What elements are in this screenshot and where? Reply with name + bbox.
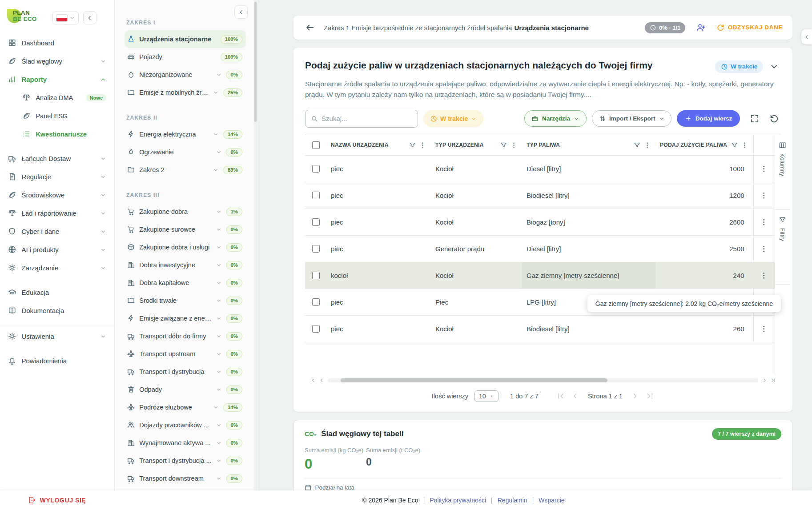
scope-item[interactable]: Dojazdy pracowników ... 0% [125, 416, 246, 434]
add-row-button[interactable]: Dodaj wiersz [677, 110, 740, 127]
fuel-type-cell[interactable]: Biodiesel [litry] [522, 182, 655, 209]
sidebar-collapse-button[interactable] [83, 11, 96, 24]
scope-item[interactable]: Ogrzewanie 0% [125, 143, 246, 161]
fuel-usage-cell[interactable]: 240 [655, 262, 753, 289]
sidebar-item[interactable]: AI i produkty [0, 241, 114, 259]
scope-item[interactable]: Dobra kapitałowe 0% [125, 274, 246, 292]
row-menu-button[interactable] [760, 325, 768, 333]
scope-item[interactable]: Wynajmowane aktywa ... 0% [125, 434, 246, 452]
fuel-type-cell[interactable]: Biogaz [tony] [522, 209, 655, 235]
select-all-checkbox[interactable] [312, 141, 320, 149]
fuel-usage-cell[interactable]: 260 [655, 316, 753, 342]
fuel-type-cell[interactable]: Gaz ziemny [metry sześcienne] [522, 262, 655, 289]
first-page-icon[interactable] [556, 392, 565, 401]
sidebar-item[interactable]: Łańcuch Dostaw [0, 149, 114, 168]
sidebar-item[interactable]: Ład i raportowanie [0, 204, 114, 222]
fuel-usage-cell[interactable]: 2500 [655, 236, 753, 262]
funnel-icon[interactable] [500, 141, 507, 149]
scope-item[interactable]: Podróże służbowe 14% [125, 398, 246, 416]
reset-button[interactable] [768, 112, 781, 125]
row-menu-button[interactable] [760, 245, 768, 253]
scope-item[interactable]: Odpady 0% [125, 381, 246, 398]
row-checkbox[interactable] [312, 165, 320, 173]
assign-user-button[interactable] [694, 21, 707, 34]
scope-item[interactable]: Transport downstream 0% [125, 470, 246, 487]
collapse-question-button[interactable] [768, 60, 781, 73]
support-link[interactable]: Wsparcie [539, 497, 564, 504]
sidebar-item[interactable]: Powiadomienia [0, 352, 114, 370]
sidebar-item[interactable]: Analiza DMA Nowe [0, 88, 114, 107]
row-checkbox[interactable] [312, 272, 320, 279]
privacy-link[interactable]: Polityka prywatności [430, 497, 486, 504]
fuel-usage-cell[interactable]: 1200 [655, 182, 753, 209]
language-selector[interactable] [52, 12, 79, 24]
import-export-button[interactable]: Import / Eksport [592, 110, 672, 127]
row-checkbox[interactable] [312, 298, 320, 306]
logout-button[interactable]: WYLOGUJ SIĘ [28, 496, 86, 505]
device-name-cell[interactable]: piec [326, 209, 431, 235]
scope-item[interactable]: Emisje związane z ener... 0% [125, 309, 246, 327]
sidebar-item[interactable]: Kwestionariusze [0, 125, 114, 143]
sidebar-item[interactable]: Raporty [0, 70, 114, 88]
scope-item[interactable]: Zakupione surowce 0% [125, 221, 246, 238]
device-type-cell[interactable]: Piec [431, 289, 522, 315]
funnel-icon[interactable] [633, 141, 641, 149]
table-row[interactable]: piec Kocioł Diesel [litry] 1000 [305, 156, 775, 182]
row-menu-button[interactable] [760, 218, 768, 227]
fullscreen-button[interactable] [748, 112, 761, 125]
row-menu-button[interactable] [760, 165, 768, 173]
device-name-cell[interactable]: piec [326, 156, 431, 182]
horizontal-scrollbar[interactable] [305, 375, 781, 384]
row-checkbox[interactable] [312, 245, 320, 253]
scope-item[interactable]: Urządzenia stacjonarne 100% [125, 30, 246, 48]
row-menu-button[interactable] [760, 271, 768, 280]
device-type-cell[interactable]: Kocioł [431, 182, 522, 209]
sidebar-item[interactable]: Ślad węglowy [0, 52, 114, 70]
recover-data-button[interactable]: ODZYSKAJ DANE [716, 24, 783, 32]
last-page-icon[interactable] [646, 392, 655, 401]
scope-item[interactable]: Emisje z mobilnych źró... 25% [125, 84, 246, 101]
scope-panel-collapse-button[interactable] [234, 5, 248, 19]
sidebar-item[interactable]: Regulacje [0, 168, 114, 186]
device-type-cell[interactable]: Kocioł [431, 156, 522, 182]
sidebar-item[interactable]: Dokumentacja [0, 301, 114, 320]
fuel-type-cell[interactable]: Diesel [litry] [522, 156, 655, 182]
sidebar-item[interactable]: Środowiskowe [0, 186, 114, 204]
device-type-cell[interactable]: Kocioł [431, 209, 522, 235]
back-button[interactable] [303, 21, 317, 34]
device-type-cell[interactable]: Generator prądu [431, 236, 522, 262]
scope-item[interactable]: Energia elektryczna 14% [125, 125, 246, 143]
scope-item[interactable]: Niezorganizowane 0% [125, 66, 246, 84]
row-checkbox[interactable] [312, 218, 320, 226]
rows-per-page-select[interactable]: 10 [474, 390, 498, 402]
scope-item[interactable]: Transport dóbr do firmy 0% [125, 327, 246, 345]
fuel-usage-cell[interactable]: 2600 [655, 209, 753, 235]
kebab-icon[interactable] [643, 141, 651, 149]
scope-item[interactable]: Zakres 2 83% [125, 161, 246, 179]
scope-item[interactable]: Transport upstream 0% [125, 345, 246, 363]
funnel-icon[interactable] [409, 141, 416, 149]
search-input[interactable] [322, 115, 412, 122]
chevron-left-icon[interactable] [571, 392, 580, 401]
sidebar-item[interactable]: Ustawienia [0, 325, 114, 345]
sidebar-item[interactable]: Edukacja [0, 283, 114, 301]
table-row[interactable]: piec Kocioł Biodiesel [litry] 1200 [305, 182, 775, 209]
row-menu-button[interactable] [760, 191, 768, 200]
device-name-cell[interactable]: piec [326, 182, 431, 209]
sidebar-item[interactable]: Dashboard [0, 34, 114, 52]
scope-item[interactable]: Zakupione dobra 1% [125, 203, 246, 221]
sidebar-item[interactable]: Zarządzanie [0, 259, 114, 277]
scope-item[interactable]: Zakupione dobra i usługi 0% [125, 238, 246, 256]
kebab-icon[interactable] [510, 141, 518, 149]
chevron-right-icon[interactable] [631, 392, 639, 401]
fuel-type-cell[interactable]: Diesel [litry] [522, 236, 655, 262]
kebab-icon[interactable] [741, 141, 748, 149]
table-row[interactable]: piec Generator prądu Diesel [litry] 2500 [305, 236, 775, 262]
scope-scrollbar[interactable] [254, 0, 257, 510]
status-filter-button[interactable]: W trakcie [423, 110, 483, 127]
row-checkbox[interactable] [312, 192, 320, 199]
funnel-icon[interactable] [731, 141, 738, 149]
terms-link[interactable]: Regulamin [498, 497, 527, 504]
device-name-cell[interactable]: piec [326, 316, 431, 342]
table-row[interactable]: piec Kocioł Biogaz [tony] 2600 [305, 209, 775, 236]
